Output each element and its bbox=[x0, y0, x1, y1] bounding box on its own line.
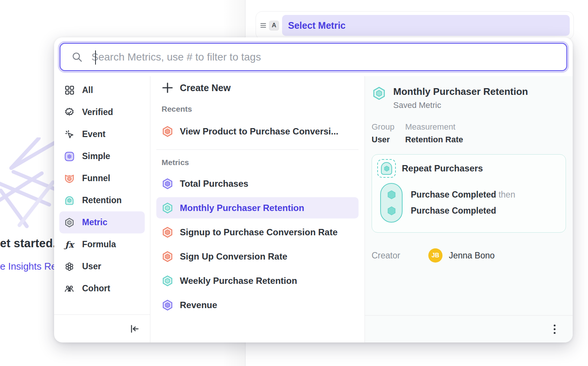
formula-icon: ƒx bbox=[64, 239, 75, 250]
plus-icon bbox=[162, 82, 173, 94]
metric-label: Signup to Purchase Conversion Rate bbox=[180, 227, 338, 238]
metric-label: Total Purchases bbox=[180, 179, 248, 189]
select-metric-label: Select Metric bbox=[288, 20, 345, 31]
sidebar-item-simple[interactable]: Simple bbox=[59, 145, 145, 167]
sidebar-item-label: User bbox=[82, 261, 101, 272]
metrics-header: Metrics bbox=[156, 158, 359, 167]
grid-icon bbox=[64, 85, 75, 96]
sidebar-item-user[interactable]: User bbox=[59, 255, 145, 277]
metric-label: Sign Up Conversion Rate bbox=[180, 251, 287, 262]
verified-badge-icon bbox=[64, 107, 75, 118]
definition-card: Repeat Purchasers Purchase Completed bbox=[372, 154, 566, 233]
hexagon-icon bbox=[162, 299, 173, 311]
sidebar-item-verified[interactable]: Verified bbox=[59, 101, 145, 123]
metric-item-sign-up-conversion-rate[interactable]: Sign Up Conversion Rate bbox=[156, 246, 359, 267]
sidebar-item-label: Simple bbox=[82, 151, 110, 161]
event-sequence-capsule bbox=[380, 183, 403, 223]
hexagon-icon bbox=[387, 190, 397, 200]
recent-metric-label: View Product to Purchase Conversi... bbox=[180, 126, 338, 137]
metric-label: Monthly Purchaser Retention bbox=[180, 203, 304, 213]
background-headline-fragment: et started. bbox=[0, 237, 56, 250]
metric-detail-panel: Monthly Purchaser Retention Saved Metric… bbox=[365, 76, 573, 342]
create-new-button[interactable]: Create New bbox=[156, 78, 359, 97]
hexagon-icon bbox=[162, 226, 173, 238]
event-cursor-icon bbox=[64, 129, 75, 140]
creator-avatar: JB bbox=[428, 248, 442, 263]
metric-item-monthly-purchaser-retention[interactable]: Monthly Purchaser Retention bbox=[156, 197, 359, 218]
retention-definition-icon bbox=[377, 159, 396, 178]
funnel-metric-icon bbox=[64, 173, 75, 184]
sidebar-item-metric[interactable]: Metric bbox=[59, 211, 145, 233]
hexagon-icon bbox=[387, 206, 397, 216]
sidebar-item-label: Formula bbox=[82, 239, 116, 249]
sidebar-item-cohort[interactable]: Cohort bbox=[59, 277, 145, 300]
metric-label: Revenue bbox=[180, 300, 217, 310]
hexagon-icon bbox=[162, 251, 173, 263]
sidebar-item-funnel[interactable]: Funnel bbox=[59, 167, 145, 189]
drag-handle-icon[interactable] bbox=[260, 23, 266, 28]
detail-subtitle: Saved Metric bbox=[393, 100, 528, 110]
group-value: User bbox=[372, 135, 405, 145]
hexagon-icon bbox=[384, 165, 390, 172]
detail-title: Monthly Purchaser Retention bbox=[393, 86, 528, 97]
sidebar-item-label: Metric bbox=[82, 217, 107, 227]
hexagon-icon bbox=[162, 275, 173, 287]
sidebar-item-all[interactable]: All bbox=[59, 79, 145, 101]
step-2-event: Purchase Completed bbox=[411, 206, 496, 215]
sidebar-item-event[interactable]: Event bbox=[59, 123, 145, 145]
sidebar-item-formula[interactable]: ƒx Formula bbox=[59, 233, 145, 255]
metric-hexagon-icon bbox=[64, 217, 75, 228]
metric-label: Weekly Purchase Retention bbox=[180, 276, 297, 286]
sidebar-item-label: Funnel bbox=[82, 173, 110, 183]
sidebar-item-label: Cohort bbox=[82, 283, 110, 294]
measurement-value: Retention Rate bbox=[405, 135, 463, 145]
sidebar-item-label: Retention bbox=[82, 195, 122, 205]
simple-metric-icon bbox=[64, 151, 75, 162]
search-input[interactable] bbox=[91, 51, 566, 63]
step-1-event: Purchase Completed bbox=[411, 190, 496, 199]
text-cursor bbox=[95, 50, 96, 65]
metric-item-weekly-purchase-retention[interactable]: Weekly Purchase Retention bbox=[156, 270, 359, 291]
filter-sidebar: All Verified bbox=[54, 76, 150, 342]
sidebar-item-label: All bbox=[82, 85, 93, 95]
recent-metric-item[interactable]: View Product to Purchase Conversi... bbox=[156, 122, 359, 141]
metric-list-panel: Create New Recents View Product to Purch… bbox=[150, 76, 365, 342]
create-new-label: Create New bbox=[180, 83, 231, 93]
retention-metric-icon bbox=[64, 195, 75, 206]
creator-name: Jenna Bono bbox=[449, 251, 495, 261]
select-metric-pill[interactable]: Select Metric bbox=[282, 15, 570, 36]
creator-label: Creator bbox=[372, 251, 428, 261]
sidebar-item-label: Verified bbox=[82, 107, 113, 117]
select-metric-bar: A Select Metric bbox=[256, 11, 574, 40]
sidebar-item-label: Event bbox=[82, 129, 106, 139]
more-options-icon[interactable] bbox=[551, 322, 558, 336]
metric-item-total-purchases[interactable]: Total Purchases bbox=[156, 173, 359, 194]
list-divider bbox=[156, 149, 359, 150]
metric-item-revenue[interactable]: Revenue bbox=[156, 294, 359, 316]
step-connector: then bbox=[498, 190, 515, 199]
series-a-badge: A bbox=[269, 21, 279, 31]
metric-detail-hexagon-icon bbox=[372, 86, 387, 101]
hexagon-icon bbox=[162, 202, 173, 214]
group-label: Group bbox=[372, 122, 405, 132]
cohort-people-icon bbox=[64, 283, 75, 294]
recents-header: Recents bbox=[156, 105, 359, 114]
search-bar[interactable] bbox=[60, 43, 567, 71]
measurement-label: Measurement bbox=[405, 122, 463, 132]
metric-picker-modal: All Verified bbox=[54, 37, 573, 342]
hexagon-icon bbox=[162, 125, 173, 137]
search-icon bbox=[71, 51, 83, 63]
user-cluster-icon bbox=[64, 261, 75, 272]
hexagon-icon bbox=[162, 178, 173, 190]
definition-name: Repeat Purchasers bbox=[402, 163, 483, 174]
collapse-left-icon[interactable] bbox=[129, 324, 140, 334]
sidebar-item-retention[interactable]: Retention bbox=[59, 189, 145, 211]
background-link-fragment[interactable]: e Insights Re bbox=[0, 261, 57, 272]
metric-item-signup-to-purchase-conversion-rate[interactable]: Signup to Purchase Conversion Rate bbox=[156, 221, 359, 243]
